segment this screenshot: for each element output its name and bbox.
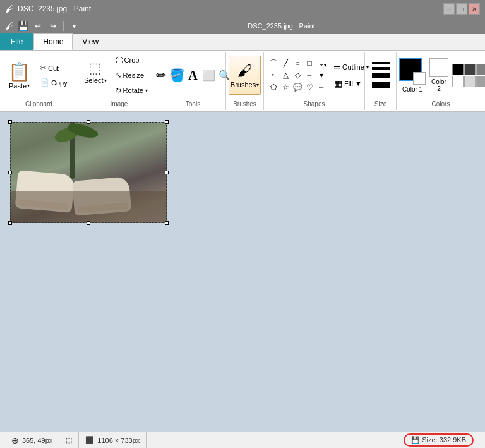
text-button[interactable]: A bbox=[186, 56, 200, 95]
colors-content: Color 1 Color 2 bbox=[399, 53, 482, 97]
qat-undo-button[interactable]: ↩ bbox=[32, 20, 44, 32]
swatch-white[interactable] bbox=[452, 76, 464, 87]
fill-button[interactable]: 🪣 bbox=[171, 56, 184, 95]
image-row1: ⬚ Select ▾ ⛶ Crop ⤡ bbox=[81, 53, 151, 97]
pencil-button[interactable]: ✏ bbox=[155, 56, 169, 95]
minimize-button[interactable]: ─ bbox=[443, 3, 455, 15]
app-logo-icon: 🖌 bbox=[5, 21, 14, 31]
size-line-1[interactable] bbox=[372, 62, 390, 64]
color1-stack bbox=[399, 58, 426, 85]
size-group: Size bbox=[365, 52, 397, 110]
tab-file[interactable]: File bbox=[0, 33, 33, 50]
eraser-icon: ⬜ bbox=[203, 70, 215, 82]
swatch-black[interactable] bbox=[452, 64, 464, 75]
brushes-content: 🖌 Brushes ▾ bbox=[229, 53, 261, 97]
cut-button[interactable]: ✂ Cut bbox=[37, 61, 75, 75]
select-button[interactable]: ⬚ Select ▾ bbox=[81, 53, 110, 92]
file-size-text: Size: 332.9KB bbox=[422, 436, 466, 444]
tab-home[interactable]: Home bbox=[33, 33, 73, 50]
sel-handle-ml[interactable] bbox=[8, 171, 12, 174]
clipboard-label: Clipboard bbox=[3, 99, 75, 109]
paste-icon: 📋 bbox=[8, 61, 30, 82]
coordinates-section: ⊕ 365, 49px bbox=[5, 432, 59, 448]
eraser-button[interactable]: ⬜ bbox=[202, 56, 216, 95]
shapes-grid: ⌒ ╱ ○ □ ⌄▾ ≈ △ ◇ → ▾ ⬠ bbox=[266, 56, 328, 94]
swatch-mgray[interactable] bbox=[476, 76, 485, 87]
qat-more-button[interactable]: ▾ bbox=[68, 20, 80, 32]
close-button[interactable]: ✕ bbox=[469, 3, 480, 15]
paste-button[interactable]: 📋 Paste ▾ bbox=[3, 56, 36, 95]
swatches-row2 bbox=[452, 76, 485, 87]
shape-arrow-down[interactable]: ⌄▾ bbox=[316, 58, 327, 69]
canvas-area[interactable] bbox=[0, 112, 485, 432]
brush-icon: 🖌 bbox=[237, 62, 253, 80]
shape-callout[interactable]: 💬 bbox=[292, 82, 303, 93]
select-label-row: Select ▾ bbox=[84, 76, 107, 84]
shapes-label: Shapes bbox=[266, 99, 362, 109]
sel-handle-bl[interactable] bbox=[8, 221, 12, 225]
selection-icon: ⬚ bbox=[66, 436, 72, 444]
maximize-button[interactable]: □ bbox=[456, 3, 467, 15]
shape-circle[interactable]: ○ bbox=[292, 58, 303, 69]
tools-label: Tools bbox=[163, 99, 223, 109]
shape-triangle[interactable]: △ bbox=[280, 70, 291, 81]
ribbon-area: File Home View 📋 Pa bbox=[0, 34, 485, 112]
brushes-button[interactable]: 🖌 Brushes ▾ bbox=[229, 56, 261, 95]
shape-diamond[interactable]: ◇ bbox=[292, 70, 303, 81]
shape-arrow-right[interactable]: → bbox=[304, 70, 315, 81]
swatch-ltgray2[interactable] bbox=[464, 76, 476, 87]
tools-content: ✏ 🪣 A ⬜ 🔍 bbox=[163, 53, 223, 97]
rotate-button[interactable]: ↻ Rotate ▾ bbox=[112, 83, 151, 97]
resize-icon: ⤡ bbox=[116, 71, 121, 80]
color2-mini-swatch[interactable] bbox=[413, 72, 426, 85]
clipboard-group: 📋 Paste ▾ ✂ Cut 📄 bbox=[0, 52, 78, 110]
crop-icon: ⛶ bbox=[116, 56, 123, 64]
crop-button[interactable]: ⛶ Crop bbox=[112, 53, 151, 67]
shape-curve[interactable]: ⌒ bbox=[268, 58, 279, 69]
sel-handle-tr[interactable] bbox=[165, 120, 169, 124]
size-line-4[interactable] bbox=[372, 82, 390, 88]
canvas-image-container bbox=[10, 122, 167, 223]
app-icon: 🖌 bbox=[5, 4, 14, 14]
shape-more[interactable]: ▾ bbox=[316, 70, 327, 81]
dimensions-section: ⬛ 1106 × 733px bbox=[79, 432, 147, 448]
size-line-3[interactable] bbox=[372, 73, 390, 78]
pencil-icon: ✏ bbox=[156, 68, 167, 83]
sel-handle-br[interactable] bbox=[165, 221, 169, 225]
shape-wave[interactable]: ≈ bbox=[268, 70, 279, 81]
swatch-gray[interactable] bbox=[476, 64, 485, 75]
colors-group: Color 1 Color 2 bbox=[397, 52, 485, 110]
image-small-btns: ⛶ Crop ⤡ Resize ↻ Rotate ▾ bbox=[112, 53, 151, 97]
shapes-content: ⌒ ╱ ○ □ ⌄▾ ≈ △ ◇ → ▾ ⬠ bbox=[266, 53, 362, 97]
brushes-label: Brushes bbox=[229, 99, 261, 109]
swatches-row1 bbox=[452, 64, 485, 75]
cut-copy-col: ✂ Cut 📄 Copy bbox=[37, 61, 75, 90]
sel-handle-bc[interactable] bbox=[87, 221, 90, 225]
shape-pentagon[interactable]: ⬠ bbox=[268, 82, 279, 93]
shape-line[interactable]: ╱ bbox=[280, 58, 291, 69]
shape-rect[interactable]: □ bbox=[304, 58, 315, 69]
color2-swatch-main[interactable] bbox=[429, 58, 448, 77]
shape-arrow-left[interactable]: ← bbox=[316, 82, 327, 93]
image-group: ⬚ Select ▾ ⛶ Crop ⤡ bbox=[78, 52, 160, 110]
shape-heart[interactable]: ♡ bbox=[304, 82, 315, 93]
swatch-darkgray[interactable] bbox=[464, 64, 476, 75]
selection-section: ⬚ bbox=[59, 432, 79, 448]
copy-icon: 📄 bbox=[40, 78, 49, 87]
qat-redo-button[interactable]: ↪ bbox=[47, 20, 59, 32]
size-line-2[interactable] bbox=[372, 67, 390, 70]
sel-handle-tl[interactable] bbox=[8, 120, 12, 124]
shapes-group: ⌒ ╱ ○ □ ⌄▾ ≈ △ ◇ → ▾ ⬠ bbox=[264, 52, 365, 110]
cut-icon: ✂ bbox=[40, 64, 46, 72]
resize-button[interactable]: ⤡ Resize bbox=[112, 68, 151, 82]
title-bar-left: 🖌 DSC_2235.jpg - Paint bbox=[5, 4, 91, 14]
sel-handle-tc[interactable] bbox=[87, 120, 90, 124]
tools-group: ✏ 🪣 A ⬜ 🔍 bbox=[160, 52, 226, 110]
shape-star[interactable]: ☆ bbox=[280, 82, 291, 93]
size-content bbox=[368, 53, 393, 97]
sel-handle-mr[interactable] bbox=[165, 171, 169, 174]
tab-view[interactable]: View bbox=[73, 33, 108, 50]
copy-button[interactable]: 📄 Copy bbox=[37, 76, 75, 90]
qat-save-button[interactable]: 💾 bbox=[16, 20, 29, 32]
fill-icon: 🪣 bbox=[169, 68, 185, 83]
